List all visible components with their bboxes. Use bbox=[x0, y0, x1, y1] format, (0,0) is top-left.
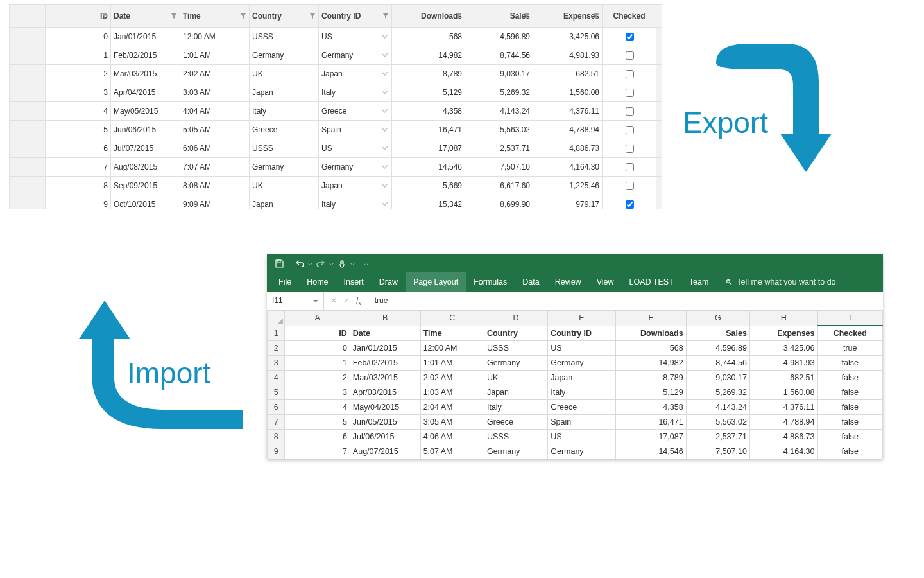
cell-sales[interactable]: 5,269.32 bbox=[465, 83, 533, 102]
filter-icon[interactable] bbox=[382, 13, 389, 19]
sheet-cell[interactable]: US bbox=[548, 341, 616, 356]
ribbon-tab-insert[interactable]: Insert bbox=[336, 272, 372, 292]
sheet-cell[interactable]: 4,981.93 bbox=[749, 356, 817, 371]
col-letter[interactable]: F bbox=[615, 311, 686, 326]
cell-sales[interactable]: 7,507.10 bbox=[465, 158, 533, 177]
chevron-down-icon[interactable] bbox=[382, 109, 388, 113]
col-header-expenses[interactable]: Expenses bbox=[533, 5, 603, 28]
cell-expenses[interactable]: 682.51 bbox=[533, 65, 603, 83]
cell-time[interactable]: 2:02 AM bbox=[180, 65, 250, 83]
chevron-down-icon[interactable] bbox=[382, 165, 388, 169]
chevron-down-icon[interactable] bbox=[382, 35, 388, 39]
cell-date[interactable]: Jan/01/2015 bbox=[111, 28, 180, 46]
cell-country-id[interactable]: Italy bbox=[319, 83, 392, 102]
col-letter[interactable]: H bbox=[749, 311, 817, 326]
row-number[interactable]: 8 bbox=[268, 430, 285, 444]
grid-row[interactable]: 7Aug/08/20157:07 AMGermanyGermany14,5467… bbox=[10, 158, 663, 177]
row-selector[interactable] bbox=[10, 46, 46, 65]
sheet-cell[interactable]: 0 bbox=[285, 341, 350, 356]
tell-me-search[interactable]: Tell me what you want to do bbox=[725, 272, 835, 292]
cell-country-id[interactable]: Japan bbox=[319, 177, 392, 195]
cell-date[interactable]: Feb/02/2015 bbox=[111, 46, 180, 65]
filter-icon[interactable] bbox=[309, 13, 316, 19]
sheet-cell[interactable]: false bbox=[817, 371, 882, 385]
cell-expenses[interactable]: 4,886.73 bbox=[533, 139, 603, 158]
fx-icon[interactable]: fx bbox=[356, 295, 361, 306]
sheet-cell[interactable]: Japan bbox=[484, 385, 547, 400]
select-all-corner[interactable] bbox=[268, 311, 285, 326]
sheet-row[interactable]: 86Jul/06/20154:06 AMUSSSUS17,0872,537.71… bbox=[268, 430, 883, 444]
filter-icon[interactable] bbox=[456, 13, 462, 19]
grid-row[interactable]: 4May/05/20154:04 AMItalyGreece4,3584,143… bbox=[10, 102, 663, 121]
cell-sales[interactable]: 2,537.71 bbox=[465, 139, 533, 158]
row-number[interactable]: 2 bbox=[268, 341, 285, 356]
cell-downloads[interactable]: 5,129 bbox=[392, 83, 465, 102]
chevron-down-icon[interactable] bbox=[313, 296, 318, 305]
sheet-row[interactable]: 20Jan/01/201512:00 AMUSSSUS5684,596.893,… bbox=[268, 341, 883, 356]
sheet-cell[interactable]: Japan bbox=[548, 371, 616, 385]
grid-row[interactable]: 8Sep/09/20158:08 AMUKJapan5,6696,617.601… bbox=[10, 177, 663, 195]
col-letter[interactable]: B bbox=[350, 311, 420, 326]
chevron-down-icon[interactable] bbox=[350, 259, 355, 268]
filter-icon[interactable] bbox=[240, 13, 246, 19]
cell-downloads[interactable]: 4,358 bbox=[392, 102, 465, 121]
cell-country[interactable]: USSS bbox=[250, 28, 319, 46]
sheet-cell[interactable]: 7 bbox=[285, 444, 350, 459]
cell-time[interactable]: 9:09 AM bbox=[180, 195, 250, 209]
cell-time[interactable]: 1:01 AM bbox=[180, 46, 250, 65]
cell-time[interactable]: 8:08 AM bbox=[180, 177, 250, 195]
sheet-header-cell[interactable]: ID bbox=[285, 326, 350, 341]
sheet-cell[interactable]: 4,886.73 bbox=[749, 430, 817, 444]
sheet-cell[interactable]: 3 bbox=[285, 385, 350, 400]
sheet-header-cell[interactable]: Downloads bbox=[615, 326, 686, 341]
chevron-down-icon[interactable] bbox=[382, 72, 388, 76]
col-header-downloads[interactable]: Downloads bbox=[392, 5, 465, 28]
sheet-cell[interactable]: 8,789 bbox=[615, 371, 686, 385]
checkbox[interactable] bbox=[626, 200, 634, 209]
grid-row[interactable]: 5Jun/06/20155:05 AMGreeceSpain16,4715,56… bbox=[10, 121, 663, 139]
sheet-cell[interactable]: false bbox=[817, 385, 882, 400]
cancel-icon[interactable]: ✕ bbox=[330, 296, 337, 305]
sheet-cell[interactable]: Germany bbox=[548, 444, 616, 459]
col-header-date[interactable]: Date bbox=[111, 5, 180, 28]
filter-icon[interactable] bbox=[593, 13, 599, 19]
row-selector[interactable] bbox=[10, 28, 46, 46]
cell-time[interactable]: 6:06 AM bbox=[180, 139, 250, 158]
sheet-cell[interactable]: Greece bbox=[548, 400, 616, 415]
sheet-cell[interactable]: USSS bbox=[484, 430, 547, 444]
cell-expenses[interactable]: 979.17 bbox=[533, 195, 603, 209]
cell-id[interactable]: 8 bbox=[46, 177, 111, 195]
cell-country[interactable]: Greece bbox=[250, 121, 319, 139]
sheet-cell[interactable]: Feb/02/2015 bbox=[350, 356, 420, 371]
sheet-cell[interactable]: 4,788.94 bbox=[749, 415, 817, 430]
sheet-cell[interactable]: 568 bbox=[615, 341, 686, 356]
cell-checked[interactable] bbox=[603, 158, 656, 177]
row-number[interactable]: 7 bbox=[268, 415, 285, 430]
checkbox[interactable] bbox=[626, 33, 634, 41]
cell-expenses[interactable]: 4,788.94 bbox=[533, 121, 603, 139]
cell-checked[interactable] bbox=[603, 102, 656, 121]
sheet-cell[interactable]: 4,143.24 bbox=[686, 400, 749, 415]
row-number[interactable]: 4 bbox=[268, 371, 285, 385]
cell-downloads[interactable]: 17,087 bbox=[392, 139, 465, 158]
sheet-row[interactable]: 42Mar/03/20152:02 AMUKJapan8,7899,030.17… bbox=[268, 371, 883, 385]
cell-checked[interactable] bbox=[603, 139, 656, 158]
sheet-cell[interactable]: 8,744.56 bbox=[686, 356, 749, 371]
cell-country[interactable]: UK bbox=[250, 177, 319, 195]
cell-time[interactable]: 3:03 AM bbox=[180, 83, 250, 102]
ribbon-tab-review[interactable]: Review bbox=[547, 272, 589, 292]
cell-country-id[interactable]: US bbox=[319, 139, 392, 158]
ribbon-tab-formulas[interactable]: Formulas bbox=[466, 272, 515, 292]
col-letter[interactable]: A bbox=[285, 311, 350, 326]
chevron-down-icon[interactable] bbox=[308, 259, 312, 268]
sheet-header-cell[interactable]: Checked bbox=[817, 326, 882, 341]
sheet-cell[interactable]: 5:07 AM bbox=[420, 444, 484, 459]
worksheet[interactable]: A B C D E F G H I 1IDDateTimeCountryCoun… bbox=[267, 310, 883, 459]
sheet-cell[interactable]: Germany bbox=[484, 444, 547, 459]
cell-id[interactable]: 2 bbox=[46, 65, 111, 83]
sheet-row[interactable]: 64May/04/20152:04 AMItalyGreece4,3584,14… bbox=[268, 400, 883, 415]
row-selector[interactable] bbox=[10, 195, 46, 209]
row-selector[interactable] bbox=[10, 121, 46, 139]
sheet-cell[interactable]: 5,269.32 bbox=[686, 385, 749, 400]
sheet-cell[interactable]: Germany bbox=[484, 356, 547, 371]
